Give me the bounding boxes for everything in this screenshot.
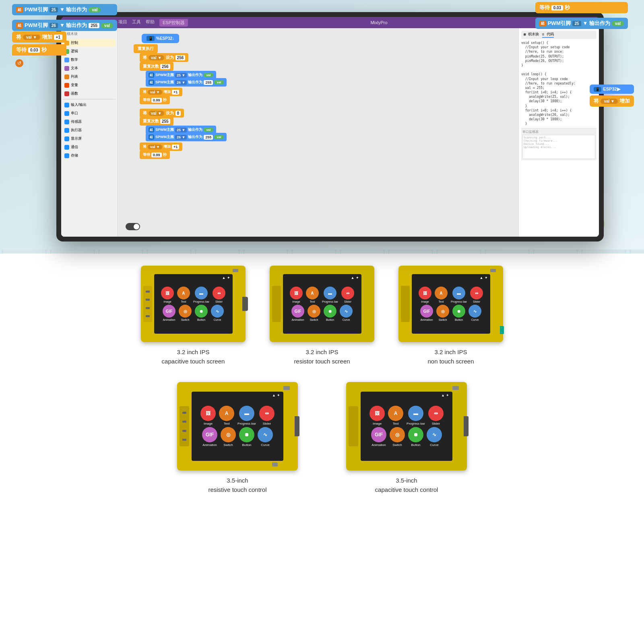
code-content: void setup() { //Input your setup code /… xyxy=(521,41,597,126)
right-conn-5 xyxy=(464,416,469,436)
device-32-nontouch: ▲ ✦ 🖼 Image A Text xyxy=(398,266,503,366)
menu-project[interactable]: 项目 xyxy=(118,19,127,27)
sidebar-cat-math[interactable]: 数学 xyxy=(63,56,116,64)
left-strip-2 xyxy=(272,286,281,322)
caption-32-res: 3.2 inch IPS resistor touch screen xyxy=(294,348,350,366)
switch-icon-3: ◎ Switch xyxy=(436,305,449,321)
monitor-body: ■ 積木块 控制 逻辑 数学 xyxy=(61,28,599,237)
board-comp-5 xyxy=(452,386,459,390)
app-title: MixlyPro xyxy=(190,20,568,25)
wifi-bt-icons-3: ▲ ✦ xyxy=(480,276,488,280)
device-35-capacitive: ▲ ✦ 🖼 Image A Text xyxy=(346,382,467,494)
app-row-bottom-5: GIF Animation ◎ Switch ⏺ Button xyxy=(371,427,442,447)
sidebar-cat-list[interactable]: 列表 xyxy=(63,73,116,80)
right-conn-4 xyxy=(295,416,299,436)
code-panel: ■ 积木块 ≡ 代码 void setup() { //Input your s… xyxy=(518,28,599,237)
val-inc-canvas: 将 val ▼ 增加 +1 xyxy=(140,88,182,96)
lcd-board-1: ▲ ✦ 🖼 Image A Text xyxy=(141,266,246,342)
devices-row-1: ▲ ✦ 🖼 Image A Text xyxy=(24,266,620,366)
sidebar-cat-control[interactable]: 控制 xyxy=(63,39,116,47)
scratch-canvas[interactable]: 📱 %ESP32↓ 重复执行 将 val ▼ 设为 256 xyxy=(118,28,518,237)
board-comp-4 xyxy=(283,386,290,390)
app-slider: ⇔ Slider xyxy=(213,287,225,303)
caption-32-cap: 3.2 inch IPS capacitive touch screen xyxy=(162,348,225,366)
monitor-inner: 文件 编辑 项目 工具 帮助 ESP控制器 MixlyPro xyxy=(61,17,599,237)
right-teal-connector xyxy=(500,326,504,334)
lcd-board-5: ▲ ✦ 🖼 Image A Text xyxy=(346,382,467,471)
lcd-board-3: ▲ ✦ 🖼 Image A Text xyxy=(398,266,503,342)
lcd-board-2: ▲ ✦ 🖼 Image A Text xyxy=(270,266,374,342)
switch-icon-5: ◎ Switch xyxy=(390,427,405,447)
app-text: A Text xyxy=(177,287,190,303)
left-strip-3 xyxy=(401,286,410,322)
sidebar-cat-text[interactable]: 文本 xyxy=(63,64,116,72)
board-comp-4b xyxy=(272,462,278,466)
right-connector-1 xyxy=(242,297,248,311)
app-row-bottom-3: GIF Animation ◎ Switch ⏺ Button xyxy=(420,305,481,321)
loop-block: 重复执行 xyxy=(134,44,158,53)
lcd-screen-1: ▲ ✦ 🖼 Image A Text xyxy=(154,274,233,334)
val-set-block: 将 val ▼ 设为 256 xyxy=(140,53,188,62)
app-row-top-3: 🖼 Image A Text ▬ Progress bar xyxy=(419,287,483,303)
wait-099-canvas2: 等待 0.99 秒 xyxy=(140,151,170,159)
app-row-top-4: 🖼 Image A Text ▬ Progress bar xyxy=(200,406,275,425)
sidebar-cat-sensor[interactable]: 传感器 xyxy=(63,118,116,126)
app-image: 🖼 Image xyxy=(161,287,174,303)
sidebar-panel: ■ 積木块 控制 逻辑 数学 xyxy=(61,28,118,237)
esp32-block-right: 📱 ESP32▶ 将 val ▼ 增加 xyxy=(590,85,634,109)
app-row-bottom-2: GIF Animation ◎ Switch ⏺ Button xyxy=(291,305,353,321)
wifi-bt-icons-1: ▲ ✦ xyxy=(222,276,230,280)
caption-35-cap: 3.5-inch capacitive touch control xyxy=(375,476,438,494)
monitor-titlebar: 文件 编辑 项目 工具 帮助 ESP控制器 MixlyPro xyxy=(61,17,599,28)
app-row-top-2: 🖼 Image A Text ▬ Progress bar xyxy=(290,287,354,303)
caption-32-non: 3.2 inch IPS non touch screen xyxy=(427,348,474,366)
left-strip-5 xyxy=(349,406,358,446)
monitor-container: 文件 编辑 项目 工具 帮助 ESP控制器 MixlyPro xyxy=(56,12,604,242)
menu-esp[interactable]: ESP控制器 xyxy=(159,19,188,27)
sidebar-cat-func[interactable]: 函数 xyxy=(63,90,116,97)
wait-block-left: 等待 0.03 秒 ↺ xyxy=(12,44,66,67)
sidebar-cat-actuator[interactable]: 执行器 xyxy=(63,126,116,134)
sidebar-cat-storage[interactable]: 存储 xyxy=(63,152,116,159)
floating-blocks-topleft: 組 PWM引脚 25 ▼ 输出作为 val 組 PWM引脚 26 ▼ 输出作为 … xyxy=(12,4,117,33)
sidebar-cat-comm[interactable]: 通信 xyxy=(63,143,116,151)
val-increase-block: 将 val ▼ 增加 +1 等待 0.03 秒 ↺ xyxy=(12,31,66,67)
top-section: 組 PWM引脚 25 ▼ 输出作为 val 組 PWM引脚 26 ▼ 输出作为 … xyxy=(0,0,644,250)
menu-tools[interactable]: 工具 xyxy=(132,19,141,27)
wifi-bt-icons-4: ▲ ✦ xyxy=(272,393,280,397)
val-inc2-canvas: 将 val ▼ 增加 +1 xyxy=(140,142,182,151)
menu-help[interactable]: 帮助 xyxy=(146,19,155,27)
switch-icon-4: ◎ Switch xyxy=(221,427,236,447)
sidebar-cat-serial[interactable]: 串口 xyxy=(63,109,116,117)
wifi-bt-icons-5: ▲ ✦ xyxy=(441,393,449,397)
wait-099-canvas: 等待 0.99 秒 xyxy=(140,96,170,104)
toggle-thumb xyxy=(134,224,139,229)
val-set2-canvas: 将 val ▼ 设为 0 xyxy=(140,109,184,118)
device-35-resistive: ▲ ✦ 🖼 Image A Text xyxy=(177,382,298,494)
pwm-block-right: 組 PWM引脚 25 ▼ 输出作为 val xyxy=(535,18,628,29)
lcd-screen-2: ▲ ✦ 🖼 Image A Text xyxy=(283,274,361,334)
code-tab-code[interactable]: ≡ 代码 xyxy=(542,32,554,38)
repeat2-canvas: 重复次数 255 xyxy=(140,117,173,126)
code-tab-blocks[interactable]: ■ 积木块 xyxy=(524,32,539,38)
monitor-outer: 文件 编辑 项目 工具 帮助 ESP控制器 MixlyPro xyxy=(56,12,604,242)
app-progressbar: ▬ Progress bar xyxy=(193,287,209,303)
sidebar-cat-io[interactable]: 输入/输出 xyxy=(63,101,116,109)
wifi-bt-icons-2: ▲ ✦ xyxy=(351,276,359,280)
sidebar-cat-var[interactable]: 变量 xyxy=(63,81,116,89)
app-animation: GIF Animation xyxy=(163,305,175,321)
app-row-bottom-4: GIF Animation ◎ Switch ⏺ Button xyxy=(202,427,273,447)
loop-icon: ↺ xyxy=(15,59,23,67)
device-32-capacitive: ▲ ✦ 🖼 Image A Text xyxy=(141,266,246,366)
floating-blocks-topright: 等待 0.03 秒 組 PWM引脚 25 ▼ 输出作为 val xyxy=(535,2,628,31)
lcd-board-4: ▲ ✦ 🖼 Image A Text xyxy=(177,382,298,471)
caption-35-res: 3.5-inch resistive touch control xyxy=(208,476,266,494)
board-comp-1 xyxy=(233,269,238,272)
lcd-screen-5: ▲ ✦ 🖼 Image A Text xyxy=(361,392,452,461)
sidebar-cat-display[interactable]: 显示屏 xyxy=(63,135,116,142)
pwm-block-1: 組 PWM引脚 25 ▼ 输出作为 val xyxy=(12,4,117,15)
pwm26-canvas2: 組 SPWM主频 26 ▼ 输出作为 255 val xyxy=(146,133,227,141)
toggle-switch[interactable] xyxy=(126,223,140,230)
app-switch: ◎ Switch xyxy=(179,305,192,321)
sidebar-cat-logic[interactable]: 逻辑 xyxy=(63,47,116,55)
